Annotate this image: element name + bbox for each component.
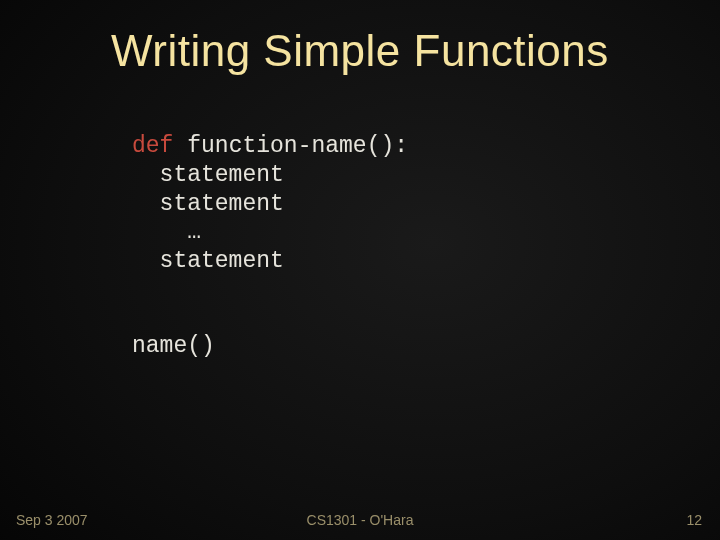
code-call-line: name() (132, 332, 408, 361)
code-def-line: def function-name(): (132, 132, 408, 161)
footer: Sep 3 2007 CS1301 - O'Hara 12 (0, 508, 720, 528)
code-line: … (132, 218, 408, 247)
code-line: statement (132, 190, 408, 219)
slide: Writing Simple Functions def function-na… (0, 0, 720, 540)
slide-title: Writing Simple Functions (111, 26, 609, 76)
footer-page-number: 12 (686, 512, 702, 528)
code-block: def function-name(): statement statement… (132, 132, 408, 361)
code-line: statement (132, 247, 408, 276)
code-line: statement (132, 161, 408, 190)
function-signature: function-name(): (173, 133, 408, 159)
footer-course: CS1301 - O'Hara (0, 512, 720, 528)
keyword-def: def (132, 133, 173, 159)
